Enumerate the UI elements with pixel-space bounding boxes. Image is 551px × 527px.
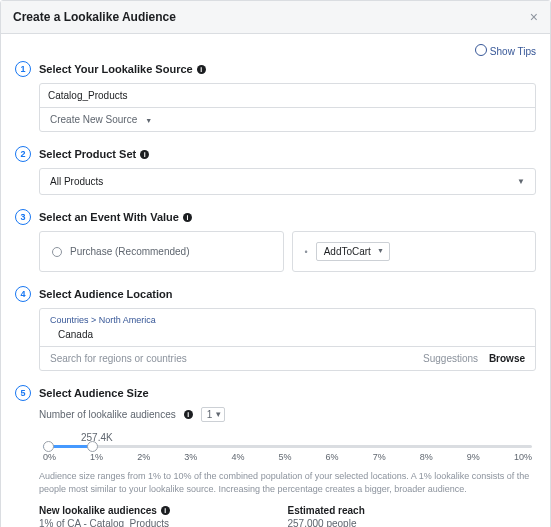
size-slider[interactable] xyxy=(43,445,532,448)
step-size: 5 Select Audience Size Number of lookali… xyxy=(15,385,536,527)
step-badge: 5 xyxy=(15,385,31,401)
location-breadcrumb[interactable]: Countries > North America xyxy=(40,309,535,327)
step-event: 3 Select an Event With Value i Purchase … xyxy=(15,209,536,272)
suggestions-link[interactable]: Suggestions xyxy=(423,353,478,364)
info-icon[interactable]: i xyxy=(183,213,192,222)
audience-count-select[interactable]: 1 xyxy=(201,407,226,422)
bullet-icon: • xyxy=(305,247,308,257)
slider-thumb-start[interactable] xyxy=(43,441,54,452)
slider-ticks: 0%1%2%3%4%5%6%7%8%9%10% xyxy=(43,452,532,462)
dialog-header: Create a Lookalike Audience × xyxy=(1,1,550,34)
slider-value: 257.4K xyxy=(81,432,532,443)
step-source: 1 Select Your Lookalike Source i Catalog… xyxy=(15,61,536,132)
info-icon[interactable]: i xyxy=(184,410,193,419)
step-product-set: 2 Select Product Set i All Products ▼ xyxy=(15,146,536,195)
chevron-down-icon: ▼ xyxy=(517,177,525,186)
info-icon[interactable]: i xyxy=(161,506,170,515)
info-icon[interactable]: i xyxy=(140,150,149,159)
source-value[interactable]: Catalog_Products xyxy=(40,84,535,107)
create-new-source[interactable]: Create New Source xyxy=(40,107,535,131)
step-title: Select Your Lookalike Source xyxy=(39,63,193,75)
source-selector: Catalog_Products Create New Source xyxy=(39,83,536,132)
audience-count-label: Number of lookalike audiences xyxy=(39,409,176,420)
event-recommended-option[interactable]: Purchase (Recommended) xyxy=(39,231,284,272)
info-icon[interactable]: i xyxy=(197,65,206,74)
product-set-select[interactable]: All Products ▼ xyxy=(39,168,536,195)
show-tips-link[interactable]: Show Tips xyxy=(475,46,536,57)
location-value: Canada xyxy=(40,327,535,346)
step-badge: 3 xyxy=(15,209,31,225)
lookalike-dialog: Create a Lookalike Audience × Show Tips … xyxy=(0,0,551,527)
size-description: Audience size ranges from 1% to 10% of t… xyxy=(39,470,536,495)
step-title: Select Product Set xyxy=(39,148,136,160)
browse-link[interactable]: Browse xyxy=(489,353,525,364)
reach-value: 257,000 people xyxy=(288,518,537,527)
location-search-input[interactable]: Search for regions or countries xyxy=(50,353,423,364)
step-badge: 2 xyxy=(15,146,31,162)
event-dropdown[interactable]: AddToCart xyxy=(316,242,390,261)
step-title: Select an Event With Value xyxy=(39,211,179,223)
close-icon[interactable]: × xyxy=(530,9,538,25)
radio-icon xyxy=(52,247,62,257)
new-audiences-value: 1% of CA - Catalog_Products xyxy=(39,518,288,527)
event-custom-option: • AddToCart xyxy=(292,231,537,272)
step-location: 4 Select Audience Location Countries > N… xyxy=(15,286,536,371)
reach-label: Estimated reach xyxy=(288,505,365,516)
step-badge: 1 xyxy=(15,61,31,77)
new-audiences-label: New lookalike audiences xyxy=(39,505,157,516)
step-title: Select Audience Location xyxy=(39,288,172,300)
step-badge: 4 xyxy=(15,286,31,302)
step-title: Select Audience Size xyxy=(39,387,149,399)
dialog-title: Create a Lookalike Audience xyxy=(13,10,176,24)
slider-thumb-end[interactable] xyxy=(87,441,98,452)
